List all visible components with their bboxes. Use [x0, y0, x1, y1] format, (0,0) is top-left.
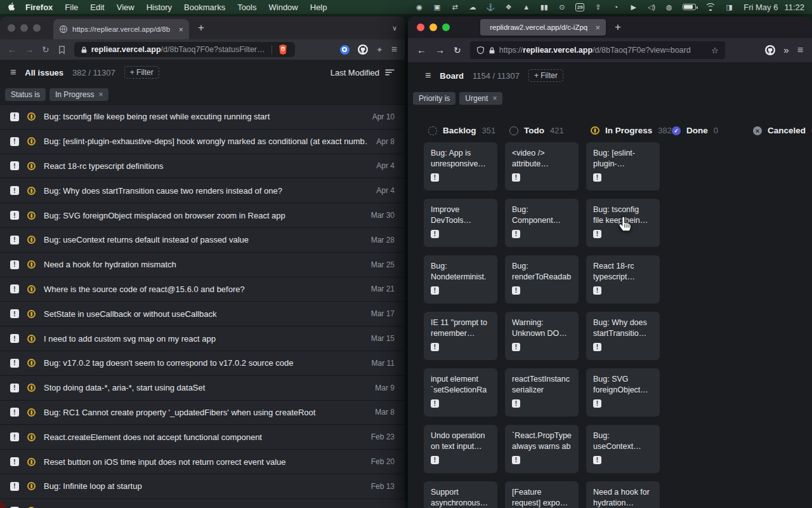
board-column-header[interactable]: Backlog 351: [428, 126, 509, 135]
apple-menu-icon[interactable]: [8, 3, 16, 11]
minimize-window-button[interactable]: [20, 24, 28, 32]
menu-item[interactable]: Edit: [90, 3, 104, 12]
extensions-icon[interactable]: [376, 44, 383, 55]
issue-row[interactable]: Bug: useContext returns default instead …: [0, 228, 405, 253]
close-window-button[interactable]: [8, 24, 15, 32]
forward-button[interactable]: [435, 44, 445, 56]
address-bar[interactable]: https://repliear.vercel.app/d/8bTaoq7F0e…: [470, 41, 725, 59]
issue-card[interactable]: reactTestInstanc serializer: [505, 368, 579, 417]
overflow-menu-icon[interactable]: [783, 44, 789, 56]
user-switch-icon[interactable]: ◨: [725, 3, 733, 11]
reload-button[interactable]: [42, 44, 49, 55]
traffic-lights[interactable]: [417, 23, 450, 31]
menu-item[interactable]: Tools: [237, 3, 256, 12]
issue-card[interactable]: Support asynchronous…: [424, 481, 497, 508]
issue-card[interactable]: IE 11 "prompt to remember…: [424, 312, 497, 360]
issue-card[interactable]: Bug: Nondeterminist.: [424, 255, 497, 304]
board-column-header[interactable]: Canceled 0: [753, 126, 812, 135]
board-column-header[interactable]: In Progress 382: [591, 126, 672, 135]
siri-icon[interactable]: ◍: [665, 3, 673, 11]
issue-row[interactable]: Where is the source code of react@15.6.0…: [0, 277, 405, 302]
traffic-lights[interactable]: [8, 17, 41, 39]
add-filter-button[interactable]: + Filter: [124, 66, 159, 79]
filter-field-chip[interactable]: Status is: [5, 88, 46, 101]
add-filter-button[interactable]: + Filter: [528, 69, 563, 82]
close-window-button[interactable]: [417, 23, 424, 31]
issue-card[interactable]: [Feature request] expo…: [505, 481, 579, 508]
issue-card[interactable]: React 18-rc typescript…: [586, 255, 660, 304]
issue-card[interactable]: Bug: renderToReadab: [505, 255, 579, 304]
play-app-icon[interactable]: ▲: [522, 3, 530, 11]
reload-button[interactable]: [454, 44, 461, 56]
back-button[interactable]: [417, 44, 426, 56]
issue-card[interactable]: Bug: App is unresponsive…: [424, 142, 497, 190]
close-tab-icon[interactable]: [178, 23, 183, 35]
menu-item[interactable]: Help: [310, 3, 327, 12]
issue-card[interactable]: Need a hook for hydration…: [586, 481, 660, 508]
filter-value-chip[interactable]: In Progress: [49, 88, 108, 101]
cloud-icon[interactable]: ☁: [469, 3, 477, 11]
zoom-window-button[interactable]: [33, 24, 41, 32]
remove-filter-icon[interactable]: [94, 90, 103, 99]
menu-item[interactable]: Window: [269, 3, 298, 12]
window-manager-icon[interactable]: ▮▮: [540, 3, 548, 11]
menu-item[interactable]: Bookmarks: [184, 3, 225, 12]
board-column-header[interactable]: Todo 421: [509, 126, 591, 135]
issue-card[interactable]: Bug: useContext…: [586, 425, 660, 473]
bookmark-icon[interactable]: [58, 45, 66, 55]
issue-row[interactable]: [DevTools Bug] Unsupported Bridge operat…: [0, 499, 405, 508]
menu-item[interactable]: View: [117, 3, 134, 12]
board-column-header[interactable]: Done 0: [672, 126, 753, 135]
remove-filter-icon[interactable]: [488, 94, 497, 103]
bookmark-star-icon[interactable]: [711, 44, 719, 56]
one-password-icon[interactable]: ⊙: [558, 3, 566, 11]
issue-row[interactable]: Bug: v17.0.2 tag doesn't seem to corresp…: [0, 351, 405, 376]
app-sidebar-toggle-icon[interactable]: [10, 67, 16, 78]
issue-row[interactable]: Bug: Why does startTransition cause two …: [0, 178, 405, 203]
issue-card[interactable]: input element `setSelectionRa: [424, 368, 497, 417]
volume-icon[interactable]: ◁): [647, 3, 655, 11]
tracking-shield-icon[interactable]: [476, 46, 485, 55]
filter-field-chip[interactable]: Priority is: [413, 92, 455, 105]
issue-card[interactable]: Undo operation on text input…: [424, 425, 497, 473]
menu-item[interactable]: History: [147, 3, 172, 12]
issue-row[interactable]: Bug: SVG foreignObject misplaced on brow…: [0, 203, 405, 228]
power-icon[interactable]: ◔: [612, 3, 620, 11]
issue-row[interactable]: Reset button on iOS time input does not …: [0, 450, 405, 474]
issue-card[interactable]: <video /> attribute…: [505, 142, 579, 190]
wifi-icon[interactable]: [705, 3, 716, 11]
sync-icon[interactable]: ⇄: [451, 3, 459, 11]
issue-row[interactable]: React.createElement does not accept func…: [0, 425, 405, 450]
browser-tab[interactable]: https://repliear.vercel.app/d/8b: [53, 19, 189, 39]
minimize-window-button[interactable]: [429, 23, 437, 31]
issue-card[interactable]: Improve DevTools…: [424, 199, 497, 247]
tab-search-chevron-icon[interactable]: [392, 17, 397, 39]
docker-icon[interactable]: ⚓: [487, 3, 495, 11]
issue-row[interactable]: SetState in useCallback or without useCa…: [0, 302, 405, 326]
app-sidebar-toggle-icon[interactable]: [425, 70, 431, 81]
issue-card[interactable]: Bug: Component…: [505, 199, 579, 247]
menu-item[interactable]: Firefox: [25, 3, 53, 12]
browser-menu-icon[interactable]: [391, 44, 397, 55]
menu-item[interactable]: File: [65, 3, 78, 12]
menu-clock[interactable]: Fri May 6 11:22: [743, 3, 804, 12]
sort-order-label[interactable]: Last Modified: [331, 68, 379, 77]
screen-record-icon[interactable]: ◉: [416, 3, 424, 11]
brave-shield-icon[interactable]: [278, 44, 287, 55]
browser-menu-icon[interactable]: [797, 44, 803, 56]
calendar-icon[interactable]: 29: [575, 3, 584, 11]
filter-value-chip[interactable]: Urgent: [459, 92, 502, 105]
issue-card[interactable]: `React.PropType always warns ab: [505, 425, 579, 473]
new-tab-button[interactable]: [198, 17, 204, 39]
issue-card[interactable]: Warning: Unknown DO…: [505, 312, 579, 360]
github-icon[interactable]: [765, 45, 775, 55]
dropbox-icon[interactable]: ❖: [504, 3, 513, 11]
onepassword-icon[interactable]: [340, 45, 350, 55]
issue-card[interactable]: Bug: [eslint- plugin-…: [586, 142, 660, 190]
github-icon[interactable]: [358, 44, 368, 55]
zoom-window-button[interactable]: [442, 23, 450, 31]
sort-icon[interactable]: [385, 69, 395, 76]
upload-icon[interactable]: ⇪: [594, 3, 602, 11]
issue-row[interactable]: Need a hook for hydration mismatch Mar 2…: [0, 253, 405, 277]
forward-button[interactable]: [25, 44, 34, 55]
